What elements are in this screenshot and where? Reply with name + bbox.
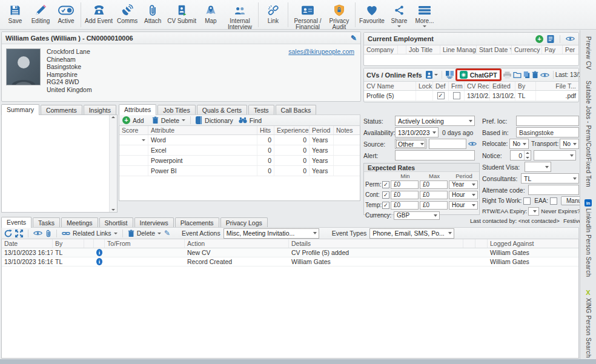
tab-summary[interactable]: Summary xyxy=(1,104,39,115)
related-links-button[interactable]: Related Links xyxy=(62,230,118,237)
col-period[interactable]: Period xyxy=(310,126,334,134)
event-attachment-icon[interactable] xyxy=(45,230,51,237)
col-cv-name[interactable]: CV Name xyxy=(364,82,416,90)
col-per[interactable]: Per xyxy=(563,45,578,54)
map-button[interactable]: Map xyxy=(198,1,224,28)
active-toggle-button[interactable]: Active xyxy=(53,1,79,28)
side-tab-suitable-jobs[interactable]: Suitable Jobs - Perm/Cont/Fixed Tem xyxy=(585,77,592,191)
col-notes[interactable]: Notes xyxy=(334,126,360,134)
perm-period-select[interactable]: Year xyxy=(449,180,478,189)
cont-min-input[interactable]: £0 xyxy=(391,191,419,199)
side-tab-linkedin-search[interactable]: in LinkedIn Person Search xyxy=(584,196,592,280)
delete-cv-icon[interactable] xyxy=(532,71,538,79)
col-by[interactable]: By xyxy=(53,239,84,248)
col-experience[interactable]: Experience xyxy=(274,126,310,134)
frm-checkbox[interactable] xyxy=(453,92,460,99)
copy-cv-icon[interactable] xyxy=(523,71,530,79)
tab-placements[interactable]: Placements xyxy=(175,217,219,228)
event-row[interactable]: 13/10/2023 16:17 TL i New CV CV Profile … xyxy=(2,248,578,257)
temp-checkbox[interactable] xyxy=(382,202,389,209)
tab-insights[interactable]: Insights xyxy=(84,105,116,115)
col-by[interactable]: By xyxy=(515,82,536,90)
tab-shortlist[interactable]: Shortlist xyxy=(99,217,133,228)
tab-call-backs[interactable]: Call Backs xyxy=(276,105,317,115)
cont-period-select[interactable]: Hour xyxy=(449,191,478,199)
alert-input[interactable] xyxy=(395,150,475,160)
col-details[interactable]: Details xyxy=(289,239,463,248)
edit-contact-icon[interactable]: ✎ xyxy=(351,35,357,42)
share-button[interactable]: Share xyxy=(386,1,412,28)
attach-button[interactable]: Attach xyxy=(140,1,165,28)
event-row[interactable]: 13/10/2023 16:16 TL i Record Created Wil… xyxy=(2,257,578,266)
status-select[interactable]: Actively Looking xyxy=(395,116,475,126)
col-frm[interactable]: Frm xyxy=(449,82,465,90)
event-actions-select[interactable]: Misc, Meeting Invitatio... xyxy=(224,228,319,239)
source-select[interactable]: Other xyxy=(395,139,426,149)
scroll-down-icon[interactable] xyxy=(111,209,115,211)
editing-button[interactable]: Editing xyxy=(28,1,53,28)
col-date[interactable]: Date xyxy=(2,239,53,248)
rtw-checkbox[interactable] xyxy=(523,197,531,205)
favourite-button[interactable]: Favourite xyxy=(357,1,386,28)
notice-period-select[interactable] xyxy=(534,150,576,160)
tab-tasks[interactable]: Tasks xyxy=(33,217,60,228)
col-score[interactable]: Score xyxy=(119,126,148,134)
col-start-date[interactable]: Start Date xyxy=(477,45,512,54)
student-visa-select[interactable] xyxy=(525,162,551,172)
comms-button[interactable]: Comms xyxy=(114,1,140,28)
col-job-title[interactable]: Job Title xyxy=(406,45,440,54)
pref-loc-input[interactable] xyxy=(516,116,579,126)
tab-interviews[interactable]: Interviews xyxy=(134,217,174,228)
add-employment-icon[interactable]: + xyxy=(535,35,543,43)
col-edited[interactable]: Edited xyxy=(490,82,515,90)
col-file-type[interactable]: File T... xyxy=(536,82,578,90)
tab-tests[interactable]: Tests xyxy=(248,105,274,115)
col-lock[interactable]: Lock xyxy=(416,82,433,90)
employment-document-icon[interactable] xyxy=(547,35,554,43)
source-eye-icon[interactable] xyxy=(468,141,477,147)
scroll-up-icon[interactable] xyxy=(111,116,115,118)
source-detail-input[interactable] xyxy=(429,139,466,149)
eaa-checkbox[interactable] xyxy=(550,197,557,205)
add-cv-dropdown-caret[interactable] xyxy=(434,74,438,76)
temp-max-input[interactable]: £0 xyxy=(420,201,448,210)
edit-event-icon[interactable]: ✎ xyxy=(164,230,170,237)
add-attribute-button[interactable]: + Add xyxy=(122,116,144,124)
tab-privacy-logs[interactable]: Privacy Logs xyxy=(220,217,268,228)
compare-cvs-icon[interactable] xyxy=(446,71,454,79)
privacy-audit-button[interactable]: Privacy Audit xyxy=(325,1,353,28)
info-icon[interactable]: i xyxy=(96,258,102,265)
col-logged-against[interactable]: Logged Against xyxy=(488,239,578,248)
view-event-eye-icon[interactable] xyxy=(33,230,42,236)
link-button[interactable]: Link xyxy=(260,1,286,28)
tab-job-titles[interactable]: Job Titles xyxy=(157,105,195,115)
personal-financial-button[interactable]: Personal / Financial xyxy=(290,1,325,28)
tab-events[interactable]: Events xyxy=(1,217,31,228)
cont-checkbox[interactable] xyxy=(382,191,389,199)
availability-select[interactable]: 13/10/2023 xyxy=(395,127,439,137)
print-cv-icon[interactable] xyxy=(503,71,511,79)
expand-icon[interactable] xyxy=(15,230,23,237)
summary-textarea[interactable] xyxy=(1,114,118,213)
view-employment-eye-icon[interactable] xyxy=(566,36,575,42)
cv-row[interactable]: Profile (5) 13/10/2... 13/10/2... TL .pd… xyxy=(364,91,578,101)
contact-email-link[interactable]: sales@ikirupeople.com xyxy=(288,48,354,55)
col-def[interactable]: Def xyxy=(433,82,449,90)
notice-spinner[interactable]: 0 xyxy=(510,150,531,160)
col-flag1[interactable] xyxy=(84,239,94,248)
col-currency[interactable]: Currency xyxy=(512,45,542,54)
temp-min-input[interactable]: £0 xyxy=(391,201,419,210)
relocate-select[interactable]: No xyxy=(509,139,529,149)
add-cv-icon[interactable] xyxy=(426,71,432,79)
chatgpt-button[interactable]: ✳ ChatGPT xyxy=(460,71,497,79)
delete-event-button[interactable]: Delete xyxy=(128,230,161,237)
score-dropdown-caret[interactable] xyxy=(142,139,145,141)
side-tab-xing-search[interactable]: X XING Person Search xyxy=(585,286,592,362)
attribute-row[interactable]: Powerpoint 0 0 Years xyxy=(119,156,360,166)
alternate-code-input[interactable] xyxy=(528,185,579,195)
col-line-manager[interactable]: Line Manager xyxy=(440,45,477,54)
cv-submit-button[interactable]: CV Submit xyxy=(165,1,198,28)
col-to-from[interactable]: To/From xyxy=(105,239,185,248)
summary-scrollbar[interactable] xyxy=(109,115,117,212)
save-button[interactable]: Save xyxy=(2,1,28,28)
